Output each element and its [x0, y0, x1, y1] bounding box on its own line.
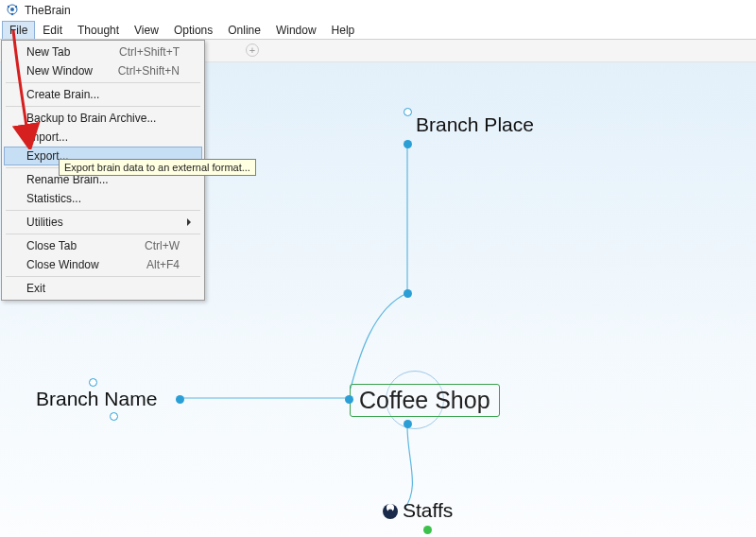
menu-separator: [6, 234, 200, 234]
menu-item-backup[interactable]: Backup to Brain Archive...: [4, 109, 202, 128]
menu-item-import[interactable]: Import...: [4, 128, 202, 147]
node-branch-name[interactable]: Branch Name: [36, 388, 157, 410]
menu-online[interactable]: Online: [220, 21, 268, 39]
menu-item-new-tab[interactable]: New TabCtrl+Shift+T: [4, 43, 202, 61]
menu-options[interactable]: Options: [166, 21, 220, 39]
menu-bar: File Edit Thought View Options Online Wi…: [0, 21, 756, 40]
node-branch-name-bottom-port[interactable]: [110, 412, 118, 421]
title-bar: TheBrain: [0, 0, 756, 21]
node-staffs-icon: [382, 503, 399, 520]
node-branch-place[interactable]: Branch Place: [416, 113, 534, 136]
menu-separator: [6, 82, 200, 83]
svg-point-6: [388, 510, 393, 514]
node-staffs-bottom-port[interactable]: [423, 526, 432, 534]
menu-window[interactable]: Window: [268, 21, 324, 39]
app-title: TheBrain: [25, 4, 71, 17]
node-coffee-shop[interactable]: Coffee Shop: [350, 384, 500, 417]
center-port-bottom[interactable]: [404, 420, 412, 428]
node-port-top-fill[interactable]: [404, 140, 412, 148]
node-staffs[interactable]: Staffs: [403, 499, 453, 522]
menu-item-close-tab[interactable]: Close TabCtrl+W: [4, 236, 202, 255]
menu-item-close-window[interactable]: Close WindowAlt+F4: [4, 255, 202, 274]
svg-point-2: [8, 5, 9, 7]
menu-item-new-window[interactable]: New WindowCtrl+Shift+N: [4, 61, 202, 80]
menu-file[interactable]: File: [2, 21, 35, 39]
center-port-left[interactable]: [345, 395, 353, 404]
menu-item-export-tooltip: Export brain data to an external format.…: [59, 159, 256, 176]
center-port-top[interactable]: [404, 289, 412, 298]
svg-point-3: [15, 5, 17, 7]
menu-view[interactable]: View: [127, 21, 166, 39]
menu-separator: [6, 276, 200, 277]
node-branch-name-right-port[interactable]: [176, 395, 184, 404]
menu-item-statistics[interactable]: Statistics...: [4, 189, 202, 208]
menu-separator: [6, 210, 200, 211]
menu-item-utilities[interactable]: Utilities: [4, 213, 202, 232]
add-tab-button[interactable]: +: [246, 43, 259, 57]
node-port-top-open[interactable]: [404, 108, 412, 116]
svg-point-4: [11, 12, 13, 14]
node-branch-name-top-port[interactable]: [89, 378, 97, 387]
app-icon: [6, 3, 19, 19]
menu-edit[interactable]: Edit: [35, 21, 70, 39]
menu-item-create-brain[interactable]: Create Brain...: [4, 85, 202, 104]
menu-separator: [6, 106, 200, 107]
menu-item-exit[interactable]: Exit: [4, 279, 202, 298]
menu-thought[interactable]: Thought: [70, 21, 127, 39]
menu-help[interactable]: Help: [324, 21, 363, 39]
svg-point-1: [10, 8, 14, 11]
